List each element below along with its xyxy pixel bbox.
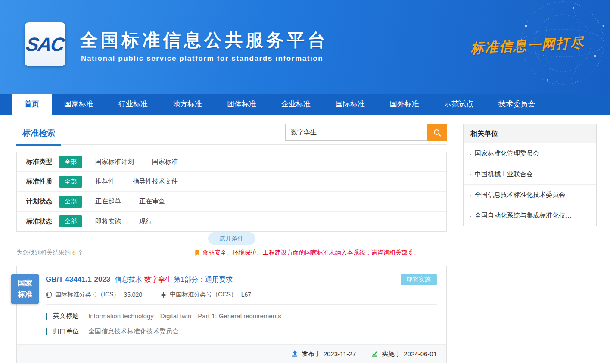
sidebar-item-machinery[interactable]: · 中国机械工业联合会 [464, 164, 596, 185]
title-suffix: 第1部分：通用要求 [174, 276, 233, 283]
nav-item-enterprise-standards[interactable]: 企业标准 [269, 94, 323, 115]
filter-all-button[interactable]: 全部 [59, 176, 82, 188]
card-footer: 发布于 2023-11-27 实施于 2024-06-01 [17, 344, 446, 363]
filter-option[interactable]: 推荐性 [95, 177, 115, 186]
bookmark-icon [195, 250, 200, 256]
compass-icon [160, 292, 167, 298]
standard-type-badge: 国家 标准 [11, 274, 39, 304]
bullet-icon: · [470, 212, 472, 219]
filter-label: 计划状态 [17, 197, 59, 205]
search-row: 标准检索 [16, 124, 447, 145]
nav-item-home[interactable]: 首页 [12, 94, 52, 115]
nav-item-national-standards[interactable]: 国家标准 [52, 94, 106, 115]
result-title-row: GB/T 43441.1-2023 信息技术 数字孪生 第1部分：通用要求 即将… [46, 274, 437, 285]
ics-value: 35.020 [124, 291, 142, 298]
card-divider [46, 304, 437, 305]
filter-option[interactable]: 国家标准 [152, 158, 178, 166]
filter-all-button[interactable]: 全部 [59, 196, 82, 208]
nav-item-international-standards[interactable]: 国际标准 [323, 94, 377, 115]
nav-item-foreign-standards[interactable]: 国外标准 [377, 94, 432, 115]
search-icon [433, 128, 442, 137]
filter-row-standard-status: 标准状态 全部 即将实施 现行 [17, 212, 446, 231]
globe-icon [46, 292, 52, 298]
filter-option[interactable]: 现行 [139, 218, 152, 226]
nav-item-technical-committee[interactable]: 技术委员会 [486, 94, 548, 115]
field-bar [46, 313, 47, 320]
sac-logo[interactable]: SAC [25, 22, 65, 66]
implemented-date-group: 实施于 2024-06-01 [371, 350, 437, 358]
bullet-icon: · [470, 171, 472, 178]
sidebar-item-label: 全国自动化系统与集成标准化技… [475, 212, 572, 220]
search-input[interactable] [285, 124, 427, 141]
implemented-date: 2024-06-01 [404, 350, 437, 358]
expand-conditions-button[interactable]: 展开条件 [208, 232, 255, 245]
filter-label: 标准类型 [17, 158, 59, 166]
published-label: 发布于 [302, 350, 321, 358]
sidebar-item-it-committee[interactable]: · 全国信息技术标准化技术委员会 [464, 185, 596, 205]
filter-row-nature: 标准性质 全部 推荐性 指导性技术文件 [17, 172, 446, 192]
search-box [285, 124, 447, 141]
result-card: 国家 标准 GB/T 43441.1-2023 信息技术 数字孪生 第1部分：通… [16, 266, 447, 363]
card-inner: GB/T 43441.1-2023 信息技术 数字孪生 第1部分：通用要求 即将… [17, 266, 446, 336]
results-summary-row: 为您找到相关结果约 6 个 食品安全、环境保护、工程建设方面的国家标准未纳入本系… [16, 249, 447, 257]
page-body: 标准检索 标准类型 全部 国家标准计划 国家标准 标准性质 全 [0, 115, 610, 363]
filter-label: 标准性质 [17, 177, 59, 186]
filter-row-plan-status: 计划状态 全部 正在起草 正在审查 [17, 192, 446, 212]
results-summary-suffix: 个 [78, 249, 84, 257]
nav-item-pilot-programs[interactable]: 示范试点 [432, 94, 486, 115]
sidebar-item-label: 全国信息技术标准化技术委员会 [475, 191, 565, 199]
filter-panel: 标准类型 全部 国家标准计划 国家标准 标准性质 全部 推荐性 指导性技术文件 … [16, 152, 447, 232]
search-button[interactable] [427, 124, 447, 141]
filter-option[interactable]: 指导性技术文件 [133, 177, 178, 186]
nav-item-local-standards[interactable]: 地方标准 [160, 94, 215, 115]
filter-all-button[interactable]: 全部 [59, 156, 82, 168]
related-units-title: 相关单位 [464, 124, 596, 143]
ccs-label: 中国标准分类号（CCS） [170, 291, 237, 299]
site-header: SAC 全国标准信息公共服务平台 National public service… [0, 0, 610, 94]
published-date-group: 发布于 2023-11-27 [291, 350, 356, 358]
ics-label: 国际标准分类号（ICS） [55, 291, 119, 299]
bullet-icon: · [470, 191, 472, 199]
filter-option[interactable]: 正在起草 [95, 197, 121, 205]
bullet-icon: · [470, 150, 472, 157]
nav-item-industry-standards[interactable]: 行业标准 [106, 94, 160, 115]
ics-classification: 国际标准分类号（ICS） 35.020 [46, 291, 142, 299]
check-icon [371, 350, 378, 357]
tab-standard-search[interactable]: 标准检索 [16, 124, 61, 146]
badge-line: 国家 [18, 278, 32, 289]
field-value: 全国信息技术标准化技术委员会 [88, 327, 179, 336]
notice: 食品安全、环境保护、工程建设方面的国家标准未纳入本系统，请咨询相关部委。 [195, 249, 420, 257]
classification-row: 国际标准分类号（ICS） 35.020 中国标准分类号（CCS） L67 [46, 291, 437, 299]
filter-option[interactable]: 正在审查 [139, 197, 165, 205]
upload-icon [291, 350, 298, 357]
status-badge: 即将实施 [401, 274, 437, 285]
notice-text: 食品安全、环境保护、工程建设方面的国家标准未纳入本系统，请咨询相关部委。 [202, 249, 420, 257]
field-value: Information technology—Digital twin—Part… [88, 312, 281, 320]
sidebar-item-automation-committee[interactable]: · 全国自动化系统与集成标准化技… [464, 205, 596, 226]
field-label: 英文标题 [53, 312, 88, 320]
result-code-link[interactable]: GB/T 43441.1-2023 [46, 275, 110, 284]
filter-all-button[interactable]: 全部 [59, 215, 82, 227]
filter-label: 标准状态 [17, 218, 59, 226]
filter-row-type: 标准类型 全部 国家标准计划 国家标准 [17, 152, 446, 172]
filter-option[interactable]: 即将实施 [95, 218, 121, 226]
results-count: 6 [72, 249, 76, 256]
platform-subtitle: National public service platform for sta… [81, 54, 323, 63]
ccs-classification: 中国标准分类号（CCS） L67 [160, 291, 251, 299]
results-summary-prefix: 为您找到相关结果约 [16, 249, 71, 257]
sidebar-item-label: 中国机械工业联合会 [475, 170, 533, 178]
field-bar [46, 328, 47, 335]
title-prefix: 信息技术 [115, 276, 142, 283]
sidebar-item-sac[interactable]: · 国家标准化管理委员会 [464, 143, 596, 164]
sac-logo-text: SAC [25, 34, 65, 55]
nav-item-group-standards[interactable]: 团体标准 [215, 94, 269, 115]
field-label: 归口单位 [53, 327, 88, 336]
field-committee: 归口单位 全国信息技术标准化技术委员会 [46, 327, 437, 336]
filter-option[interactable]: 国家标准计划 [95, 158, 134, 166]
ccs-value: L67 [241, 291, 251, 298]
main-nav: 首页 国家标准 行业标准 地方标准 团体标准 企业标准 国际标准 国外标准 示范… [0, 94, 610, 115]
published-date: 2023-11-27 [324, 350, 356, 358]
platform-title: 全国标准信息公共服务平台 [80, 28, 328, 52]
result-title-link[interactable]: 信息技术 数字孪生 第1部分：通用要求 [115, 275, 233, 284]
related-units-panel: 相关单位 · 国家标准化管理委员会 · 中国机械工业联合会 · 全国信息技术标准… [463, 124, 597, 226]
